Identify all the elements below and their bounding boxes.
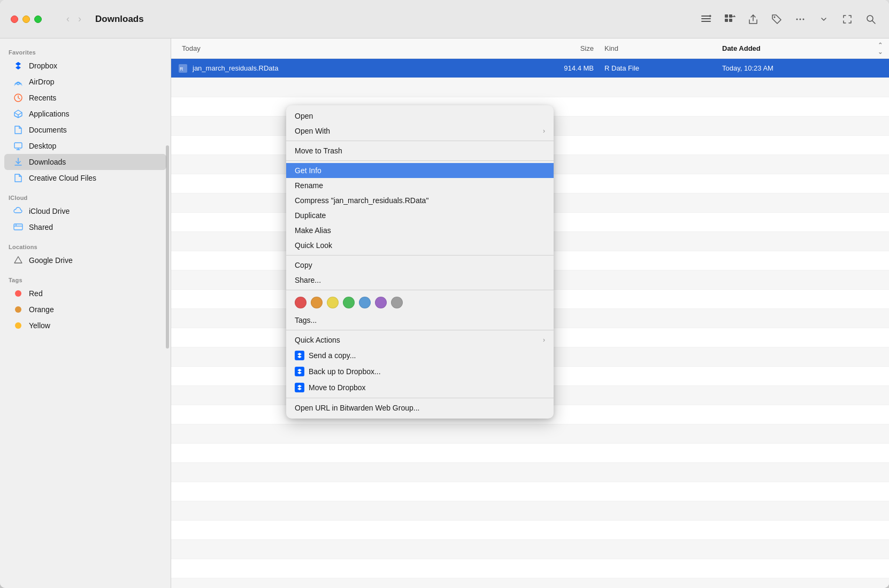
menu-item-label: Move to Trash — [295, 146, 342, 155]
gallery-view-icon[interactable] — [722, 12, 737, 27]
svg-point-7 — [774, 16, 776, 18]
file-row[interactable] — [171, 540, 889, 559]
col-header-size[interactable]: Size — [497, 44, 604, 52]
desktop-icon — [13, 141, 24, 151]
sidebar-item-documents[interactable]: Documents — [4, 122, 166, 138]
sidebar-item-downloads[interactable]: Downloads — [4, 154, 166, 170]
icloud-drive-icon — [13, 206, 24, 216]
expand-icon[interactable] — [840, 12, 855, 27]
sidebar-item-label: Red — [29, 289, 43, 298]
fullscreen-button[interactable] — [34, 16, 42, 23]
sidebar-item-google-drive[interactable]: Google Drive — [4, 252, 166, 268]
menu-item-back-up-dropbox[interactable]: Back up to Dropbox... — [286, 363, 554, 380]
sidebar-item-tag-yellow[interactable]: Yellow — [4, 318, 166, 334]
toolbar-controls — [699, 12, 878, 27]
file-row[interactable] — [171, 482, 889, 501]
svg-point-11 — [867, 16, 873, 21]
tag-color-red[interactable] — [295, 297, 306, 308]
tag-red-icon — [13, 288, 24, 299]
menu-item-move-to-dropbox[interactable]: Move to Dropbox — [286, 380, 554, 396]
locations-section-title: Locations — [0, 239, 171, 252]
file-row[interactable] — [171, 444, 889, 463]
menu-item-quick-actions[interactable]: Quick Actions › — [286, 332, 554, 347]
file-row[interactable]: R jan_march_residuals.RData 914.4 MB R D… — [171, 59, 889, 78]
back-button[interactable]: ‹ — [63, 11, 73, 27]
tag-icon[interactable] — [769, 12, 784, 27]
sidebar-item-icloud-drive[interactable]: iCloud Drive — [4, 203, 166, 219]
tag-color-green[interactable] — [343, 297, 355, 308]
icloud-section-title: iCloud — [0, 190, 171, 203]
menu-item-tags[interactable]: Tags... — [286, 313, 554, 328]
sidebar-item-label: Dropbox — [29, 61, 57, 70]
sidebar-item-airdrop[interactable]: AirDrop — [4, 74, 166, 90]
forward-button[interactable]: › — [75, 11, 85, 27]
svg-point-10 — [803, 18, 804, 20]
nav-arrows: ‹ › — [63, 11, 85, 27]
file-name-cell: R jan_march_residuals.RData — [178, 63, 497, 74]
sidebar-item-tag-orange[interactable]: Orange — [4, 301, 166, 318]
svg-rect-15 — [14, 224, 22, 230]
dropbox-menu-icon — [295, 351, 304, 360]
dropbox-menu-icon — [295, 367, 304, 376]
menu-item-copy[interactable]: Copy — [286, 258, 554, 273]
sidebar-item-dropbox[interactable]: Dropbox — [4, 58, 166, 74]
chevron-down-icon[interactable] — [816, 12, 831, 27]
tag-orange-icon — [13, 304, 24, 315]
file-size-cell: 914.4 MB — [497, 64, 604, 72]
sidebar-scrollbar[interactable] — [166, 145, 169, 349]
close-button[interactable] — [11, 16, 18, 23]
menu-item-quick-look[interactable]: Quick Look — [286, 238, 554, 253]
sidebar-item-label: Recents — [29, 94, 56, 102]
file-row[interactable] — [171, 463, 889, 482]
sidebar-item-label: Documents — [29, 126, 67, 134]
menu-separator — [286, 398, 554, 398]
tag-color-purple[interactable] — [375, 297, 387, 308]
share-icon[interactable] — [746, 12, 761, 27]
tag-color-orange[interactable] — [311, 297, 323, 308]
menu-item-rename[interactable]: Rename — [286, 178, 554, 193]
menu-item-duplicate[interactable]: Duplicate — [286, 208, 554, 223]
col-header-kind[interactable]: Kind — [604, 44, 722, 52]
context-menu[interactable]: Open Open With › Move to Trash — [286, 105, 554, 419]
tag-color-yellow[interactable] — [327, 297, 339, 308]
sidebar-item-label: Downloads — [29, 158, 66, 166]
file-icon: R — [178, 63, 188, 74]
menu-item-compress[interactable]: Compress "jan_march_residuals.RData" — [286, 193, 554, 208]
tag-color-gray[interactable] — [391, 297, 403, 308]
menu-separator — [286, 290, 554, 290]
sidebar-item-creative-cloud[interactable]: Creative Cloud Files — [4, 170, 166, 186]
menu-item-send-copy[interactable]: Send a copy... — [286, 347, 554, 363]
more-icon[interactable] — [793, 12, 808, 27]
menu-separator — [286, 330, 554, 330]
sidebar-item-recents[interactable]: Recents — [4, 90, 166, 106]
file-row[interactable] — [171, 78, 889, 97]
search-icon[interactable] — [863, 12, 878, 27]
tags-section-title: Tags — [0, 273, 171, 285]
file-row[interactable] — [171, 578, 889, 588]
sidebar-item-label: Shared — [29, 223, 53, 231]
file-row[interactable] — [171, 559, 889, 578]
file-row[interactable] — [171, 501, 889, 521]
menu-item-open-url[interactable]: Open URL in Bitwarden Web Group... — [286, 400, 554, 415]
menu-item-open[interactable]: Open — [286, 109, 554, 123]
titlebar: ‹ › Downloads — [0, 0, 889, 38]
sidebar-item-applications[interactable]: Applications — [4, 106, 166, 122]
svg-rect-0 — [701, 16, 711, 17]
tag-color-blue[interactable] — [359, 297, 371, 308]
menu-item-get-info[interactable]: Get Info — [286, 163, 554, 178]
sidebar-item-tag-red[interactable]: Red — [4, 285, 166, 301]
menu-item-share[interactable]: Share... — [286, 273, 554, 288]
col-header-today[interactable]: Today — [178, 44, 497, 52]
file-area: Today Size Kind Date Added ⌃⌄ R — [171, 38, 889, 588]
file-row[interactable] — [171, 521, 889, 540]
window-title: Downloads — [95, 14, 144, 25]
menu-item-move-to-trash[interactable]: Move to Trash — [286, 143, 554, 158]
col-header-date[interactable]: Date Added ⌃⌄ — [722, 42, 883, 56]
menu-item-make-alias[interactable]: Make Alias — [286, 223, 554, 238]
minimize-button[interactable] — [22, 16, 30, 23]
menu-item-open-with[interactable]: Open With › — [286, 123, 554, 138]
file-row[interactable] — [171, 424, 889, 444]
sidebar-item-desktop[interactable]: Desktop — [4, 138, 166, 154]
sidebar-item-shared[interactable]: Shared — [4, 219, 166, 235]
list-view-icon[interactable] — [699, 12, 714, 27]
